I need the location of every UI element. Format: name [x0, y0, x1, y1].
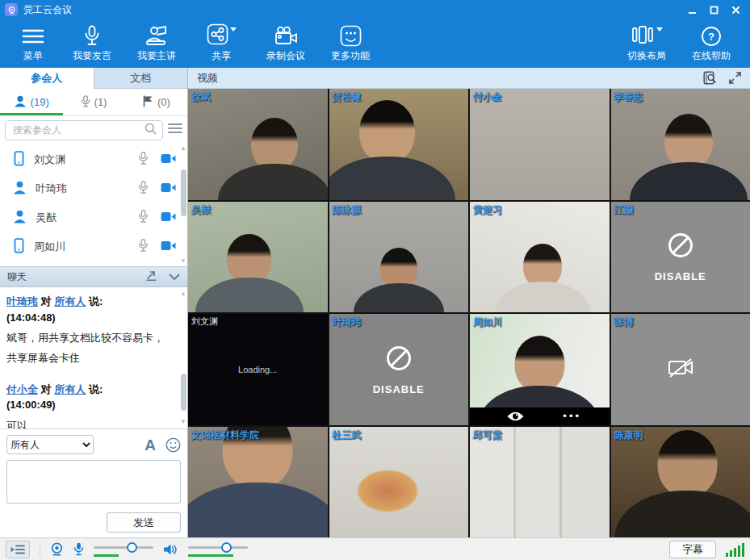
search-input[interactable] — [11, 123, 145, 136]
chat-sender-link[interactable]: 叶琦玮 — [6, 295, 38, 307]
scroll-up-icon[interactable]: ▲ — [180, 145, 186, 152]
video-tile[interactable]: DISABLE江灏 — [611, 202, 750, 313]
video-tile[interactable]: 付小全 — [470, 89, 610, 200]
close-button[interactable] — [731, 6, 740, 15]
video-tile[interactable]: 黄楚习 — [470, 202, 610, 313]
chat-scrollbar[interactable] — [181, 374, 186, 411]
chat-scroll-up-icon[interactable]: ▲ — [180, 290, 186, 297]
share-dropdown-caret[interactable] — [230, 27, 237, 31]
video-tile-name: 刘文渊 — [191, 316, 218, 328]
online-help-button[interactable]: ? 在线帮助 — [679, 25, 744, 63]
record-meeting-button[interactable]: 录制会议 — [253, 25, 318, 63]
active-filter-underline — [0, 113, 63, 115]
more-features-button[interactable]: 更多功能 — [318, 25, 383, 63]
speaker-level-meter — [188, 554, 233, 557]
speaker-icon[interactable] — [163, 543, 178, 556]
participant-scrollbar[interactable] — [181, 169, 186, 216]
video-tile[interactable]: 周如川••• — [470, 314, 610, 425]
participant-camera-icon[interactable] — [161, 240, 176, 254]
participant-camera-icon[interactable] — [161, 182, 176, 196]
presenter-icon — [145, 25, 169, 48]
video-tile[interactable]: 杜三武 — [329, 427, 469, 538]
video-tile[interactable]: 陈康明 — [611, 427, 750, 538]
video-settings-icon[interactable] — [703, 71, 717, 85]
maximize-button[interactable] — [710, 6, 719, 15]
filter-hands-raised[interactable]: (0) — [125, 95, 187, 110]
participant-mic-icon[interactable] — [138, 181, 149, 198]
watch-video-icon[interactable] — [506, 411, 525, 422]
layout-dropdown-caret[interactable] — [656, 27, 663, 31]
video-tile[interactable]: 邱可棠 — [470, 427, 610, 538]
chat-title: 聊天 — [7, 270, 134, 284]
chat-audience-link[interactable]: 所有人 — [54, 295, 86, 307]
tab-documents[interactable]: 文档 — [94, 68, 188, 89]
participant-row[interactable]: 周如川 — [0, 232, 187, 261]
participant-row[interactable]: 刘文渊 — [0, 145, 187, 174]
participant-silhouette — [630, 114, 748, 200]
switch-layout-button[interactable]: 切换布局 — [614, 25, 679, 63]
emoji-icon[interactable] — [166, 437, 181, 453]
participant-silhouette — [329, 100, 455, 200]
collapse-panel-button[interactable] — [6, 541, 30, 558]
request-speak-button[interactable]: 我要发言 — [60, 25, 124, 63]
video-tile[interactable]: 文锦枢材料学院 — [188, 427, 328, 538]
fullscreen-icon[interactable] — [729, 72, 741, 84]
chat-compose: 所有人 A 发送 — [0, 428, 187, 537]
speaker-volume-slider[interactable] — [188, 541, 248, 558]
collapse-chat-icon[interactable] — [169, 270, 180, 284]
slider-knob[interactable] — [221, 542, 232, 553]
chat-timestamp: (14:04:48) — [6, 310, 173, 327]
send-button[interactable]: 发送 — [107, 512, 181, 533]
filter-speaking[interactable]: (1) — [62, 95, 124, 110]
scroll-down-icon[interactable]: ▼ — [180, 258, 186, 265]
video-tile[interactable]: 贺松健 — [329, 89, 469, 200]
video-tile[interactable]: 李春志 — [611, 89, 750, 200]
participant-camera-icon[interactable] — [161, 153, 176, 167]
participant-row[interactable]: 吴猷 — [0, 203, 187, 232]
participant-row[interactable]: 叶琦玮 — [0, 174, 187, 203]
filter-all-participants[interactable]: (19) — [0, 95, 62, 110]
popout-chat-icon[interactable] — [145, 270, 157, 284]
video-tile[interactable]: 吴猷 — [188, 202, 328, 313]
recipient-select[interactable]: 所有人 — [6, 435, 94, 454]
video-tile-name: 贺松健 — [333, 90, 362, 104]
slider-knob[interactable] — [127, 542, 137, 553]
minimize-button[interactable] — [688, 6, 697, 15]
share-button[interactable]: 共享 — [189, 25, 253, 63]
request-present-button[interactable]: 我要主讲 — [124, 25, 189, 63]
video-tile[interactable]: 陈泳源 — [329, 202, 469, 313]
person-icon — [13, 210, 27, 227]
video-tile[interactable]: 徐斌 — [188, 89, 328, 200]
video-disabled-label: DISABLE — [373, 383, 425, 395]
mic-volume-icon[interactable] — [73, 542, 84, 556]
video-area: 视频 徐斌贺松健付小全李春志吴猷陈泳源黄楚习DISABLE江灏Loading..… — [188, 68, 750, 537]
more-features-icon — [340, 25, 362, 48]
webcam-icon[interactable] — [50, 542, 64, 556]
participant-mic-icon[interactable] — [138, 239, 149, 256]
video-tile[interactable]: DISABLE叶琦玮 — [329, 314, 469, 425]
chat-sender-link[interactable]: 付小全 — [6, 383, 38, 395]
participant-mic-icon[interactable] — [138, 152, 149, 169]
message-input[interactable] — [6, 460, 181, 504]
tab-participants[interactable]: 参会人 — [0, 68, 94, 89]
video-tile-name: 叶琦玮 — [333, 316, 362, 329]
font-style-icon[interactable]: A — [145, 437, 156, 453]
chat-audience-link[interactable]: 所有人 — [54, 383, 86, 395]
network-signal-icon — [726, 542, 744, 557]
list-view-icon[interactable] — [168, 123, 182, 137]
participant-name: 吴猷 — [36, 211, 129, 225]
mic-volume-slider[interactable] — [94, 541, 153, 558]
svg-text:?: ? — [708, 31, 714, 43]
participant-camera-icon[interactable] — [161, 211, 176, 225]
menu-button[interactable]: 菜单 — [6, 25, 60, 63]
subtitle-button[interactable]: 字幕 — [669, 541, 716, 558]
divider — [40, 542, 40, 557]
chat-scroll-down-icon[interactable]: ▼ — [180, 419, 186, 425]
video-tile-name: 陈康明 — [614, 428, 643, 442]
video-tile[interactable]: 张博 — [611, 314, 750, 425]
camera-off-icon — [666, 357, 695, 382]
chat-to-label: 对 — [41, 383, 52, 395]
search-box[interactable] — [5, 120, 163, 140]
participant-mic-icon[interactable] — [138, 210, 149, 227]
video-tile[interactable]: Loading...刘文渊 — [188, 314, 328, 425]
